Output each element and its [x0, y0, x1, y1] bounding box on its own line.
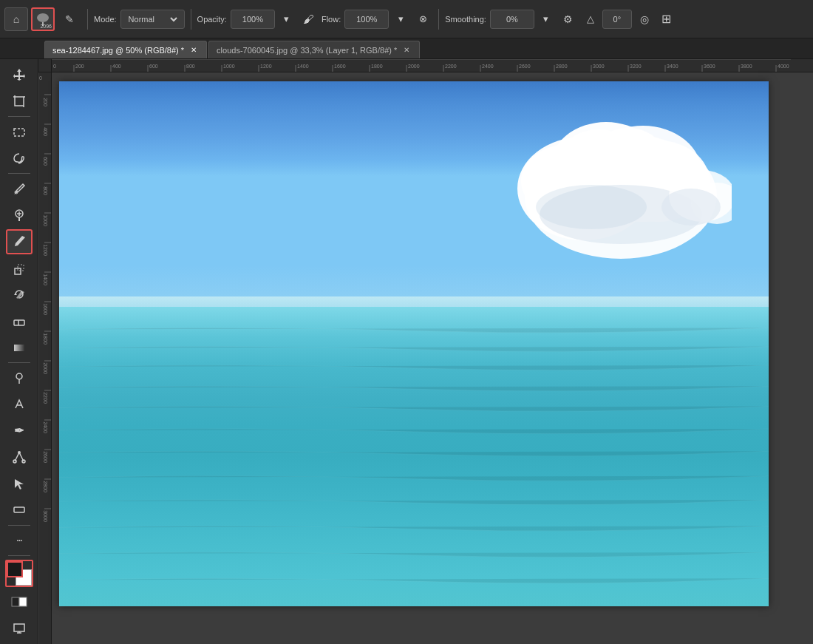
svg-text:600: 600: [149, 64, 158, 69]
brush-tool[interactable]: [6, 229, 33, 255]
more-tools[interactable]: ···: [6, 528, 33, 554]
svg-rect-26: [12, 597, 19, 606]
smoothing-chevron-icon[interactable]: ▾: [537, 10, 556, 29]
svg-text:400: 400: [43, 127, 48, 136]
main-area: ✒ ···: [0, 59, 813, 644]
svg-text:1400: 1400: [297, 64, 309, 69]
flow-input[interactable]: [344, 10, 389, 29]
eraser-tool[interactable]: [6, 308, 33, 334]
canvas-area[interactable]: 0 200 400 600 800 1000 1200 1400: [38, 59, 813, 644]
svg-text:3400: 3400: [667, 64, 678, 69]
svg-point-0: [37, 13, 49, 22]
svg-rect-19: [14, 345, 24, 351]
svg-text:3000: 3000: [43, 510, 48, 522]
separator-2: [191, 9, 191, 30]
brush-size-button[interactable]: 2096: [31, 7, 55, 31]
symmetry-icon[interactable]: ◎: [635, 10, 654, 29]
healing-tool[interactable]: [6, 203, 33, 228]
brush-tool-icon: [12, 234, 27, 249]
svg-rect-25: [14, 507, 24, 512]
clone-stamp-icon: [13, 262, 26, 275]
healing-icon: [13, 209, 26, 222]
document-canvas[interactable]: [59, 81, 769, 606]
mode-dropdown[interactable]: Normal Dissolve Multiply Screen Overlay …: [120, 10, 185, 29]
mask-icon: [11, 594, 27, 610]
brush-size-label: 2096: [40, 24, 52, 29]
text-tool[interactable]: ✒: [6, 418, 33, 444]
svg-text:2800: 2800: [556, 64, 568, 69]
path-select-icon: [13, 450, 26, 464]
direct-select-icon: [13, 477, 26, 490]
history-brush-icon: [13, 288, 26, 301]
color-swatches[interactable]: [5, 560, 33, 587]
edit-mode-button[interactable]: ✎: [58, 7, 81, 31]
ruler-h-svg: 0 200 400 600 800 1000 1200 1400: [52, 59, 813, 72]
mode-label: Mode:: [94, 15, 117, 24]
dodge-tool[interactable]: [6, 365, 33, 391]
gradient-icon: [13, 341, 26, 354]
cloud-svg: [473, 92, 732, 277]
svg-point-113: [554, 142, 613, 183]
svg-text:0: 0: [39, 75, 42, 81]
flow-chevron-icon[interactable]: ▾: [391, 10, 410, 29]
svg-text:2200: 2200: [445, 64, 457, 69]
opacity-chevron-icon[interactable]: ▾: [277, 10, 296, 29]
separator-1: [87, 9, 88, 30]
svg-text:2400: 2400: [43, 421, 48, 433]
svg-text:800: 800: [186, 64, 195, 69]
text-tool-label: ✒: [14, 424, 24, 438]
gradient-tool[interactable]: [6, 334, 33, 360]
tab-clouds[interactable]: clouds-7060045.jpg @ 33,3% (Layer 1, RGB…: [208, 41, 420, 58]
tab-sea[interactable]: sea-1284467.jpg @ 50% (RGB/8#) * ✕: [44, 41, 207, 58]
svg-text:600: 600: [43, 157, 48, 166]
smoothing-input[interactable]: [490, 10, 534, 29]
direct-select-tool[interactable]: [6, 470, 33, 496]
ruler-horizontal: 0 200 400 600 800 1000 1200 1400: [52, 59, 813, 72]
crop-tool[interactable]: [6, 89, 33, 115]
mode-select[interactable]: Normal Dissolve Multiply Screen Overlay …: [126, 14, 180, 24]
tab-clouds-close-button[interactable]: ✕: [401, 45, 412, 55]
svg-rect-17: [14, 320, 24, 325]
svg-marker-16: [14, 293, 17, 295]
fg-color-swatch[interactable]: [7, 561, 23, 577]
screen-mode[interactable]: [6, 615, 33, 641]
marquee-rect-icon: [13, 126, 26, 139]
svg-rect-27: [19, 597, 27, 606]
tool-separator-3: [8, 362, 30, 363]
ruler-corner: [38, 59, 52, 72]
move-tool[interactable]: [6, 62, 33, 88]
tab-sea-close-button[interactable]: ✕: [188, 45, 199, 55]
svg-text:2000: 2000: [43, 362, 48, 374]
tab-bar: sea-1284467.jpg @ 50% (RGB/8#) * ✕ cloud…: [0, 38, 813, 59]
svg-text:1800: 1800: [43, 333, 48, 345]
options-icon[interactable]: ⊞: [657, 10, 676, 29]
opacity-input[interactable]: [231, 10, 275, 29]
ruler-vertical: 0 200 400 600 800 1000 1200 1400: [38, 72, 52, 644]
mask-mode[interactable]: [6, 589, 33, 615]
lasso-tool[interactable]: [6, 146, 33, 172]
angle-icon[interactable]: △: [581, 10, 600, 29]
home-icon: ⌂: [13, 13, 19, 25]
clone-stamp-tool[interactable]: [6, 255, 33, 281]
eyedropper-tool[interactable]: [6, 176, 33, 202]
svg-text:1200: 1200: [260, 64, 272, 69]
airbrush-icon[interactable]: 🖌: [299, 10, 319, 29]
shape-tool[interactable]: [6, 497, 33, 523]
eyedropper-icon: [13, 183, 26, 196]
tool-separator-4: [8, 525, 30, 526]
svg-rect-8: [14, 129, 24, 136]
home-button[interactable]: ⌂: [4, 7, 28, 31]
marquee-rect-tool[interactable]: [6, 119, 33, 145]
settings-icon[interactable]: ⚙: [559, 10, 578, 29]
svg-text:2400: 2400: [482, 64, 494, 69]
path-select-tool[interactable]: [6, 444, 33, 470]
history-brush-tool[interactable]: [6, 282, 33, 308]
tab-sea-label: sea-1284467.jpg @ 50% (RGB/8#) *: [52, 46, 184, 55]
edit-icon: ✎: [65, 13, 74, 25]
svg-point-22: [18, 451, 21, 454]
pen-tool[interactable]: [6, 391, 33, 417]
flow-mode-icon[interactable]: ⊗: [413, 10, 432, 29]
svg-text:2000: 2000: [408, 64, 420, 69]
svg-text:2200: 2200: [43, 392, 48, 404]
angle-input[interactable]: [602, 10, 632, 29]
